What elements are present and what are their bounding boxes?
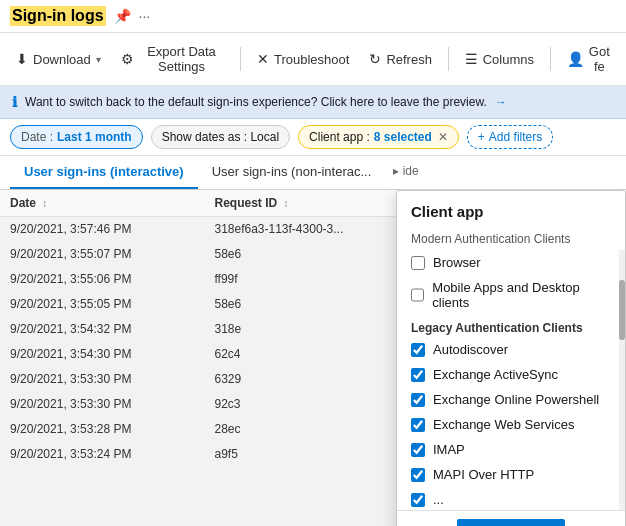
cell-date: 9/20/2021, 3:54:30 PM — [0, 342, 204, 367]
more-icon[interactable]: ··· — [139, 8, 151, 24]
sort-icon-date: ↕ — [42, 198, 47, 209]
show-dates-chip[interactable]: Show dates as : Local — [151, 125, 290, 149]
info-icon: ℹ — [12, 94, 17, 110]
refresh-button[interactable]: ↻ Refresh — [361, 46, 440, 72]
checkbox-imap[interactable] — [411, 443, 425, 457]
checkbox-mobile-apps[interactable] — [411, 288, 424, 302]
main-content: Date ↕ Request ID ↕ User Status — [0, 190, 626, 526]
label-autodiscover: Autodiscover — [433, 342, 508, 357]
cell-request_id: 58e6 — [204, 292, 408, 317]
info-link[interactable]: → — [495, 95, 507, 109]
download-icon: ⬇ — [16, 51, 28, 67]
label-mobile-apps: Mobile Apps and Desktop clients — [432, 280, 611, 310]
columns-button[interactable]: ☰ Columns — [457, 46, 542, 72]
client-app-dropdown: Client app Modern Authentication Clients… — [396, 190, 626, 526]
checkbox-exchange-activesync[interactable] — [411, 368, 425, 382]
dropdown-item-browser[interactable]: Browser — [397, 250, 625, 275]
download-button[interactable]: ⬇ Download ▾ — [8, 46, 109, 72]
dropdown-item-autodiscover[interactable]: Autodiscover — [397, 337, 625, 362]
toolbar-divider3 — [550, 47, 551, 71]
export-data-settings-button[interactable]: ⚙ Export Data Settings — [113, 39, 232, 79]
date-filter-chip[interactable]: Date : Last 1 month — [10, 125, 143, 149]
troubleshoot-icon: ✕ — [257, 51, 269, 67]
cell-request_id: 58e6 — [204, 242, 408, 267]
dropdown-item-mobile-apps[interactable]: Mobile Apps and Desktop clients — [397, 275, 625, 315]
tab-non-interactive[interactable]: User sign-ins (non-interac... — [198, 156, 386, 189]
toolbar-divider — [240, 47, 241, 71]
info-bar: ℹ Want to switch back to the default sig… — [0, 86, 626, 119]
dropdown-item-exchange-web-services[interactable]: Exchange Web Services — [397, 412, 625, 437]
dropdown-title: Client app — [397, 191, 625, 226]
apply-button[interactable]: Apply — [457, 519, 564, 526]
cell-date: 9/20/2021, 3:55:05 PM — [0, 292, 204, 317]
title-bar: Sign-in logs 📌 ··· — [0, 0, 626, 33]
add-filters-button[interactable]: + Add filters — [467, 125, 553, 149]
export-icon: ⚙ — [121, 51, 134, 67]
got-button[interactable]: 👤 Got fe — [559, 39, 618, 79]
cell-request_id: 318ef6a3-113f-4300-3... — [204, 217, 408, 242]
cell-date: 9/20/2021, 3:55:07 PM — [0, 242, 204, 267]
cell-date: 9/20/2021, 3:53:28 PM — [0, 417, 204, 442]
filter-bar: Date : Last 1 month Show dates as : Loca… — [0, 119, 626, 156]
cell-date: 9/20/2021, 3:55:06 PM — [0, 267, 204, 292]
dropdown-item-mapi-over-http[interactable]: MAPI Over HTTP — [397, 462, 625, 487]
dropdown-footer: Apply — [397, 510, 625, 526]
client-app-close-icon[interactable]: ✕ — [438, 130, 448, 144]
troubleshoot-button[interactable]: ✕ Troubleshoot — [249, 46, 357, 72]
tabs-bar: User sign-ins (interactive) User sign-in… — [0, 156, 626, 190]
refresh-icon: ↻ — [369, 51, 381, 67]
cell-request_id: 6329 — [204, 367, 408, 392]
columns-icon: ☰ — [465, 51, 478, 67]
dropdown-item-exchange-online-powershell[interactable]: Exchange Online Powershell — [397, 387, 625, 412]
sort-icon-request-id: ↕ — [284, 198, 289, 209]
tab-more[interactable]: ▸ ide — [385, 156, 426, 189]
checkbox-exchange-web-services[interactable] — [411, 418, 425, 432]
label-exchange-online-powershell: Exchange Online Powershell — [433, 392, 599, 407]
got-icon: 👤 — [567, 51, 584, 67]
label-browser: Browser — [433, 255, 481, 270]
label-exchange-web-services: Exchange Web Services — [433, 417, 574, 432]
client-app-chip[interactable]: Client app : 8 selected ✕ — [298, 125, 459, 149]
col-request-id[interactable]: Request ID ↕ — [204, 190, 408, 217]
dropdown-item-extra[interactable]: ... — [397, 487, 625, 510]
cell-request_id: 28ec — [204, 417, 408, 442]
page-title: Sign-in logs — [10, 6, 106, 26]
dropdown-caret-icon: ▾ — [96, 54, 101, 65]
cell-request_id: 62c4 — [204, 342, 408, 367]
tab-interactive[interactable]: User sign-ins (interactive) — [10, 156, 198, 189]
cell-date: 9/20/2021, 3:57:46 PM — [0, 217, 204, 242]
cell-request_id: ff99f — [204, 267, 408, 292]
checkbox-exchange-online-powershell[interactable] — [411, 393, 425, 407]
scrollbar-thumb — [619, 280, 625, 340]
scrollbar-track — [619, 250, 625, 510]
pin-icon[interactable]: 📌 — [114, 8, 131, 24]
dropdown-item-imap[interactable]: IMAP — [397, 437, 625, 462]
plus-icon: + — [478, 130, 485, 144]
toolbar-divider2 — [448, 47, 449, 71]
dropdown-scroll[interactable]: Browser Mobile Apps and Desktop clients … — [397, 250, 625, 510]
checkbox-browser[interactable] — [411, 256, 425, 270]
modern-section-label: Modern Authentication Clients — [397, 226, 625, 250]
cell-date: 9/20/2021, 3:53:24 PM — [0, 442, 204, 467]
legacy-section-label: Legacy Authentication Clients — [397, 315, 625, 337]
cell-request_id: 92c3 — [204, 392, 408, 417]
checkbox-autodiscover[interactable] — [411, 343, 425, 357]
checkbox-extra[interactable] — [411, 493, 425, 507]
cell-request_id: 318e — [204, 317, 408, 342]
label-mapi-over-http: MAPI Over HTTP — [433, 467, 534, 482]
label-exchange-activesync: Exchange ActiveSync — [433, 367, 558, 382]
cell-date: 9/20/2021, 3:53:30 PM — [0, 367, 204, 392]
cell-date: 9/20/2021, 3:54:32 PM — [0, 317, 204, 342]
toolbar: ⬇ Download ▾ ⚙ Export Data Settings ✕ Tr… — [0, 33, 626, 86]
label-imap: IMAP — [433, 442, 465, 457]
col-date[interactable]: Date ↕ — [0, 190, 204, 217]
cell-request_id: a9f5 — [204, 442, 408, 467]
label-extra: ... — [433, 492, 444, 507]
checkbox-mapi-over-http[interactable] — [411, 468, 425, 482]
dropdown-item-exchange-activesync[interactable]: Exchange ActiveSync — [397, 362, 625, 387]
cell-date: 9/20/2021, 3:53:30 PM — [0, 392, 204, 417]
